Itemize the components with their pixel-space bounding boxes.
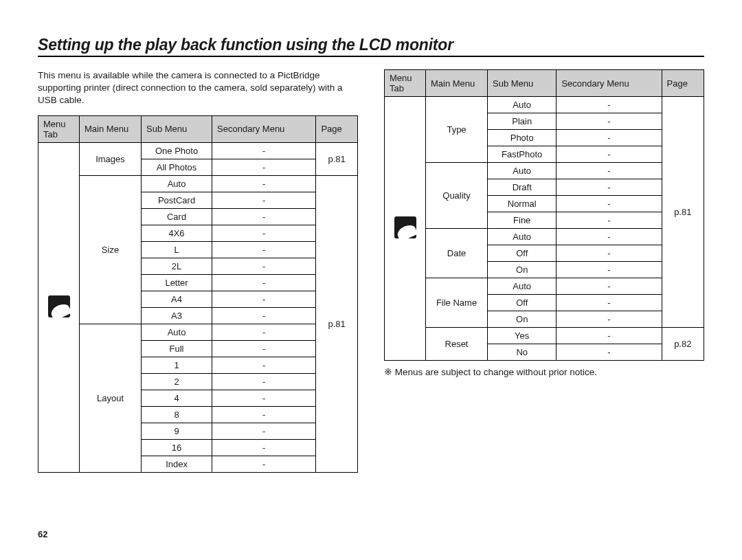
col-header: Menu Tab — [385, 70, 426, 97]
page-cell: p.81 — [662, 97, 704, 328]
sub-menu-cell: One Photo — [142, 142, 212, 159]
secondary-menu-cell: - — [212, 159, 316, 175]
note-text: Menus are subject to change without prio… — [395, 367, 597, 377]
secondary-menu-cell: - — [556, 179, 662, 196]
sub-menu-cell: A3 — [142, 307, 212, 324]
sub-menu-cell: Yes — [488, 328, 556, 344]
main-menu-cell: Images — [80, 142, 142, 175]
page-cell: p.81 — [316, 175, 358, 472]
secondary-menu-cell: - — [212, 225, 316, 241]
sub-menu-cell: Photo — [488, 130, 556, 146]
secondary-menu-cell: - — [556, 245, 662, 262]
col-header: Main Menu — [80, 115, 142, 142]
secondary-menu-cell: - — [212, 258, 316, 274]
sub-menu-cell: On — [488, 311, 556, 328]
sub-menu-cell: 2 — [142, 373, 212, 390]
table-row: LayoutAuto- — [38, 324, 358, 340]
table-row: ResetYes-p.82 — [385, 328, 704, 344]
menu-tab-cell — [385, 97, 426, 361]
main-menu-cell: Reset — [426, 328, 488, 361]
secondary-menu-cell: - — [556, 229, 662, 245]
col-header: Menu Tab — [38, 115, 80, 142]
main-menu-cell: Size — [80, 175, 142, 324]
secondary-menu-cell: - — [212, 324, 316, 340]
sub-menu-cell: No — [488, 344, 556, 361]
secondary-menu-cell: - — [212, 241, 316, 258]
secondary-menu-cell: - — [556, 212, 662, 229]
sub-menu-cell: Full — [142, 340, 212, 357]
sub-menu-cell: Auto — [142, 175, 212, 192]
secondary-menu-cell: - — [212, 208, 316, 225]
secondary-menu-cell: - — [212, 192, 316, 208]
main-menu-cell: File Name — [426, 278, 488, 328]
sub-menu-cell: Index — [142, 456, 212, 472]
secondary-menu-cell: - — [556, 113, 662, 130]
table-row: SizeAuto-p.81 — [38, 175, 358, 192]
pictbridge-icon — [48, 295, 70, 317]
secondary-menu-cell: - — [556, 163, 662, 179]
page-cell: p.82 — [662, 328, 704, 361]
secondary-menu-cell: - — [212, 274, 316, 291]
sub-menu-cell: 1 — [142, 357, 212, 373]
sub-menu-cell: A4 — [142, 291, 212, 307]
col-header: Sub Menu — [142, 115, 212, 142]
col-header: Secondary Menu — [212, 115, 316, 142]
secondary-menu-cell: - — [212, 291, 316, 307]
secondary-menu-cell: - — [556, 262, 662, 278]
sub-menu-cell: FastPhoto — [488, 146, 556, 163]
sub-menu-cell: Plain — [488, 113, 556, 130]
main-menu-cell: Quality — [426, 163, 488, 229]
sub-menu-cell: Auto — [488, 229, 556, 245]
secondary-menu-cell: - — [556, 130, 662, 146]
page-cell: p.81 — [316, 142, 358, 175]
sub-menu-cell: Card — [142, 208, 212, 225]
secondary-menu-cell: - — [212, 142, 316, 159]
page-title: Setting up the play back function using … — [38, 36, 704, 54]
intro-text: This menu is available while the camera … — [38, 69, 358, 107]
menu-table-left: Menu TabMain MenuSub MenuSecondary MenuP… — [38, 115, 358, 473]
sub-menu-cell: Fine — [488, 212, 556, 229]
sub-menu-cell: 4 — [142, 390, 212, 406]
secondary-menu-cell: - — [556, 196, 662, 212]
secondary-menu-cell: - — [556, 278, 662, 295]
sub-menu-cell: 9 — [142, 423, 212, 439]
sub-menu-cell: 8 — [142, 406, 212, 423]
secondary-menu-cell: - — [212, 439, 316, 456]
sub-menu-cell: On — [488, 262, 556, 278]
sub-menu-cell: Draft — [488, 179, 556, 196]
main-menu-cell: Date — [426, 229, 488, 278]
table-row: QualityAuto- — [385, 163, 704, 179]
secondary-menu-cell: - — [212, 307, 316, 324]
sub-menu-cell: Normal — [488, 196, 556, 212]
sub-menu-cell: Auto — [488, 278, 556, 295]
secondary-menu-cell: - — [212, 456, 316, 472]
secondary-menu-cell: - — [212, 340, 316, 357]
table-row: TypeAuto-p.81 — [385, 97, 704, 113]
col-header: Page — [662, 70, 704, 97]
table-row: DateAuto- — [385, 229, 704, 245]
secondary-menu-cell: - — [212, 423, 316, 439]
sub-menu-cell: 2L — [142, 258, 212, 274]
secondary-menu-cell: - — [556, 97, 662, 113]
sub-menu-cell: Letter — [142, 274, 212, 291]
secondary-menu-cell: - — [212, 357, 316, 373]
sub-menu-cell: Auto — [142, 324, 212, 340]
secondary-menu-cell: - — [556, 311, 662, 328]
menu-table-right: Menu TabMain MenuSub MenuSecondary MenuP… — [384, 69, 704, 361]
note-symbol: ※ — [384, 367, 392, 377]
pictbridge-icon — [394, 216, 416, 238]
menu-tab-cell — [38, 142, 80, 472]
col-header: Sub Menu — [488, 70, 556, 97]
sub-menu-cell: PostCard — [142, 192, 212, 208]
secondary-menu-cell: - — [212, 175, 316, 192]
sub-menu-cell: 16 — [142, 439, 212, 456]
page-number: 62 — [38, 529, 47, 539]
col-header: Secondary Menu — [556, 70, 662, 97]
sub-menu-cell: Off — [488, 295, 556, 311]
secondary-menu-cell: - — [212, 406, 316, 423]
sub-menu-cell: L — [142, 241, 212, 258]
footnote: ※ Menus are subject to change without pr… — [384, 366, 704, 377]
sub-menu-cell: All Photos — [142, 159, 212, 175]
main-menu-cell: Type — [426, 97, 488, 163]
sub-menu-cell: Auto — [488, 163, 556, 179]
